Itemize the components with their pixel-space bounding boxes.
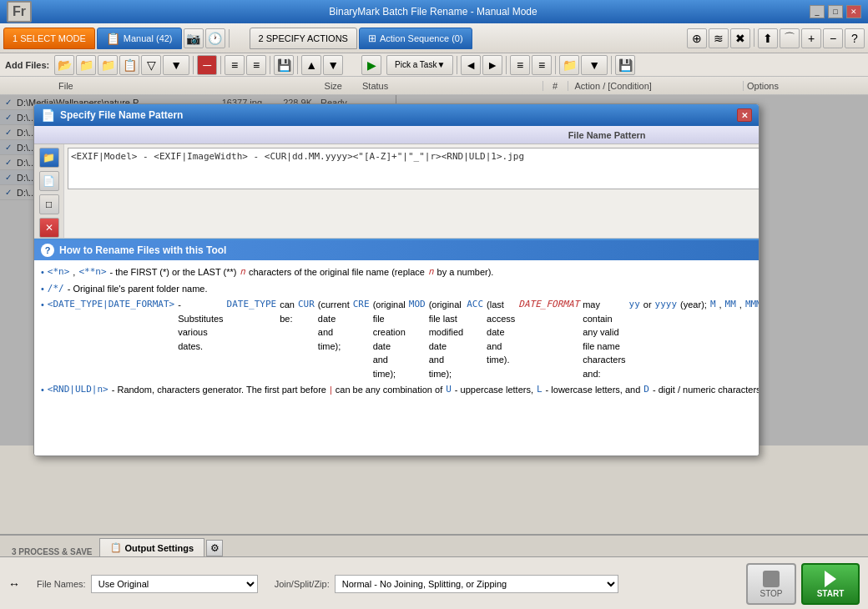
clock-icon: 🕐: [208, 32, 222, 45]
cross-icon-btn[interactable]: ✖: [730, 28, 750, 48]
bottom-section: 3 PROCESS & SAVE 📋 Output Settings ⚙ ↔ F…: [0, 534, 868, 609]
col-header-hash: #: [542, 81, 568, 91]
save-list-btn[interactable]: 💾: [274, 55, 294, 75]
dialog-title: Specify File Name Pattern: [60, 109, 183, 121]
add-files-sep4: [297, 56, 298, 74]
globe-icon: ⊕: [692, 32, 702, 45]
wave-icon: ≋: [714, 32, 724, 45]
help-bullet-3: <DATE_TYPE|DATE_FORMAT> - Substitutes va…: [41, 298, 760, 380]
action-more-icon: ▼: [588, 58, 600, 72]
add-list-btn[interactable]: 📋: [119, 55, 139, 75]
camera-icon-btn[interactable]: 📷: [184, 28, 204, 48]
clock-icon-btn[interactable]: 🕐: [205, 28, 225, 48]
camera-icon: 📷: [186, 32, 200, 45]
action-save-icon: 💾: [618, 58, 633, 72]
fwd-icon: ►: [487, 58, 498, 72]
move-down-icon: ▼: [327, 58, 339, 72]
help-icon: ?: [41, 244, 54, 257]
action-save-btn[interactable]: 💾: [615, 55, 635, 75]
pick-task-btn[interactable]: Pick a Task ▼: [386, 55, 453, 75]
remove-icon: ─: [203, 58, 211, 72]
back-icon: ◄: [465, 58, 477, 72]
tab-action-sequence-label: Action Sequence (0): [380, 33, 463, 43]
tab-specify-actions[interactable]: 2 SPECIFY ACTIONS: [250, 28, 357, 49]
add-files-sep2: [220, 56, 221, 74]
action-folder-btn[interactable]: 📁: [559, 55, 579, 75]
toolbar-separator1: [229, 29, 230, 48]
files-icon: 📁: [79, 58, 93, 72]
dialog-close-button[interactable]: ✕: [737, 108, 752, 122]
pattern-file-icon-btn[interactable]: 📄: [39, 171, 59, 191]
file-names-select[interactable]: Use Original: [91, 575, 258, 593]
sort-btn1[interactable]: ≡: [225, 55, 245, 75]
sort-icon2: ≡: [253, 58, 260, 72]
col-header-action: Action / [Condition]: [568, 81, 744, 91]
help-bullet-4: <RND|ULD|n> - Random, characters generat…: [41, 383, 760, 397]
filter-btn[interactable]: ▽: [141, 55, 161, 75]
tab-manual[interactable]: 📋 Manual (42): [97, 28, 182, 49]
plus-icon: +: [808, 32, 815, 45]
pick-task-label: Pick a Task: [395, 60, 437, 69]
add-sub-btn[interactable]: 📁: [98, 55, 118, 75]
move-up-btn[interactable]: ▲: [301, 55, 321, 75]
specify-pattern-dialog: 📄 Specify File Name Pattern ✕ File Name …: [33, 103, 760, 456]
antenna-icon-btn[interactable]: ⌒: [780, 28, 800, 48]
filter-dropdown-icon: ▼: [170, 58, 182, 72]
stop-button[interactable]: STOP: [746, 563, 796, 605]
gear-settings-btn[interactable]: ⚙: [206, 540, 223, 556]
join-split-field: Join/Split/Zip: Normal - No Joining, Spl…: [275, 575, 618, 593]
clear-icon: ✕: [45, 222, 53, 234]
pick-task-dropdown-icon: ▼: [437, 60, 445, 69]
minimize-button[interactable]: _: [810, 5, 825, 18]
pattern-empty-icon-btn[interactable]: □: [39, 194, 59, 214]
list-icon: 📋: [123, 58, 137, 72]
bottom-tabs: 3 PROCESS & SAVE 📋 Output Settings ⚙: [0, 536, 868, 557]
pattern-area: 📁 📄 □ ✕: [34, 144, 760, 239]
wave-icon-btn[interactable]: ≋: [709, 28, 729, 48]
tab-manual-label: Manual (42): [124, 33, 173, 43]
tab-select-mode[interactable]: 1 SELECT MODE: [3, 28, 95, 49]
add-files-sep3: [270, 56, 270, 74]
pattern-folder-icon-btn[interactable]: 📁: [39, 148, 59, 168]
action-lines-btn[interactable]: ≡: [510, 55, 530, 75]
sort-btn2[interactable]: ≡: [246, 55, 266, 75]
globe-icon-btn[interactable]: ⊕: [687, 28, 707, 48]
action-more-btn[interactable]: ▼: [581, 55, 608, 75]
help-text: <*n>, <**n> - the FIRST (*) or the LAST …: [41, 265, 760, 397]
question-icon-btn[interactable]: ?: [845, 28, 865, 48]
remove-btn[interactable]: ─: [197, 55, 217, 75]
move-down-btn[interactable]: ▼: [323, 55, 343, 75]
minus-icon-btn[interactable]: −: [823, 28, 843, 48]
col-header-status: Status: [354, 81, 531, 91]
action-run-btn[interactable]: ▶: [361, 55, 381, 75]
plus-icon-btn[interactable]: +: [801, 28, 821, 48]
action-folder-icon: 📁: [563, 58, 577, 72]
pattern-clear-icon-btn[interactable]: ✕: [39, 218, 59, 238]
tab-specify-actions-label: 2 SPECIFY ACTIONS: [259, 33, 348, 43]
tab-action-sequence[interactable]: ⊞ Action Sequence (0): [359, 28, 472, 49]
start-label: START: [817, 589, 845, 598]
pattern-input[interactable]: <EXIF|Model> - <EXIF|ImageWidth> - <CUR|…: [68, 148, 760, 189]
action-back-btn[interactable]: ◄: [461, 55, 481, 75]
action-fwd-btn[interactable]: ►: [482, 55, 502, 75]
add-files-btn[interactable]: 📁: [76, 55, 96, 75]
filter-icon: ▽: [147, 58, 156, 72]
col-header-options: Options: [743, 81, 868, 91]
action-lines2-btn[interactable]: ≡: [532, 55, 552, 75]
tab-select-mode-label: 1 SELECT MODE: [13, 33, 86, 43]
move-up-icon: ▲: [305, 58, 317, 72]
file-name-pattern-header: File Name Pattern: [34, 126, 760, 144]
tab-output-settings[interactable]: 📋 Output Settings: [99, 538, 205, 556]
start-button[interactable]: START: [801, 563, 860, 605]
close-button[interactable]: ✕: [846, 5, 861, 18]
add-folder-btn[interactable]: 📂: [54, 55, 74, 75]
filter-dropdown-btn[interactable]: ▼: [163, 55, 189, 75]
join-split-select[interactable]: Normal - No Joining, Splitting, or Zippi…: [335, 575, 618, 593]
file-names-label: File Names:: [37, 579, 86, 589]
add-files-row: Add Files: 📂 📁 📁 📋 ▽ ▼ ─ ≡ ≡ 💾 ▲ ▼ ▶ Pic…: [0, 53, 868, 77]
toolbar-separator2: [754, 28, 754, 47]
pattern-icon-col: 📁 📄 □ ✕: [34, 144, 64, 238]
col-header-size: Size: [267, 81, 351, 91]
arrow-up-icon-btn[interactable]: ⬆: [758, 28, 778, 48]
maximize-button[interactable]: □: [828, 5, 843, 18]
